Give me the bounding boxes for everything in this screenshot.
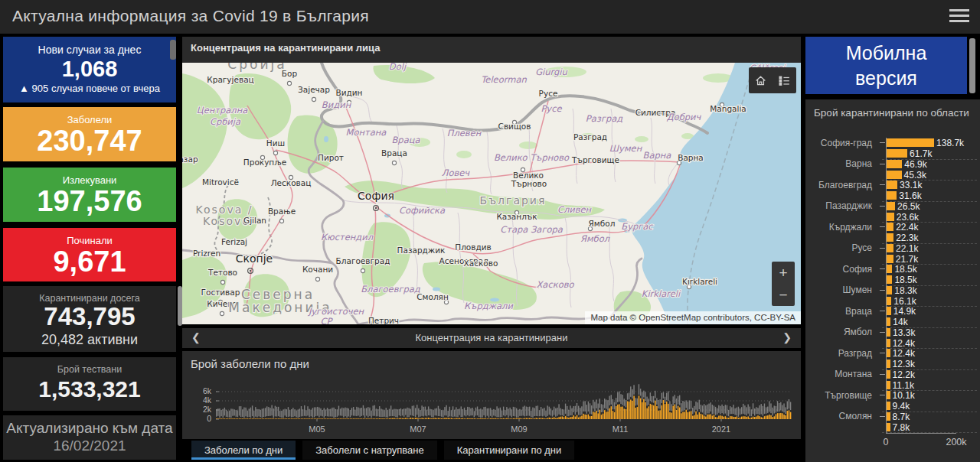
region-bar bbox=[886, 255, 893, 263]
region-bar-value: 33.1k bbox=[900, 180, 922, 190]
card-value: 230,747 bbox=[3, 126, 176, 157]
svg-text:Враца: Враца bbox=[381, 148, 407, 158]
region-label: Шумен bbox=[805, 285, 876, 295]
region-bar-row: София-град138.7k bbox=[805, 138, 980, 148]
region-bar bbox=[886, 181, 897, 189]
x-tick-label: M05 bbox=[300, 425, 334, 434]
svg-text:Гостивар: Гостивар bbox=[201, 288, 240, 297]
zoom-in-icon[interactable]: + bbox=[772, 262, 795, 284]
map-zoom-control: + − bbox=[772, 262, 795, 306]
svg-text:Централна: Централна bbox=[197, 105, 248, 116]
card-value: 9,671 bbox=[3, 247, 176, 278]
region-bar-value: 18.5k bbox=[894, 264, 916, 275]
region-bar bbox=[886, 233, 893, 242]
region-bar-value: 22.1k bbox=[896, 243, 918, 254]
svg-text:Русе: Русе bbox=[541, 103, 562, 114]
region-bar-row: 14k bbox=[805, 317, 980, 327]
card-new-cases: Нови случаи за днес 1,068 ▲ 905 случая п… bbox=[3, 37, 176, 102]
region-bar-row: Търговище10.1k bbox=[805, 390, 980, 401]
card-value: 743,795 bbox=[3, 304, 176, 330]
region-bar-value: 11.1k bbox=[893, 380, 914, 391]
region-bar-value: 22.4k bbox=[896, 222, 918, 233]
region-bar bbox=[886, 171, 902, 179]
map-canvas[interactable]: СрбијаКрагујевацБорЗајечарВидинВидинЦент… bbox=[182, 63, 801, 324]
scrollbar-thumb[interactable] bbox=[170, 40, 176, 60]
svg-text:Пловдив: Пловдив bbox=[455, 242, 492, 252]
tab-3[interactable]: Карантинирани по дни bbox=[444, 441, 575, 460]
map-attribution: Map data © OpenStreetMap contributors, C… bbox=[585, 311, 801, 324]
daily-chart-title: Брой заболели по дни bbox=[191, 357, 309, 370]
svg-text:Смолян: Смолян bbox=[416, 292, 449, 301]
svg-text:Хасково: Хасково bbox=[536, 279, 574, 290]
svg-text:Mitrovicë: Mitrovicë bbox=[202, 177, 239, 187]
axis-tick bbox=[880, 226, 885, 227]
svg-text:Разград: Разград bbox=[586, 113, 623, 124]
svg-text:Русе: Русе bbox=[539, 89, 558, 98]
axis-tick bbox=[880, 184, 885, 185]
carousel-title: Концентрация на карантинирани bbox=[182, 332, 801, 343]
card-tested: Брой тествани 1,533,321 bbox=[3, 357, 176, 411]
svg-text:азар: азар bbox=[182, 155, 198, 164]
svg-text:Ferizaj: Ferizaj bbox=[221, 237, 247, 246]
svg-text:Dolj: Dolj bbox=[389, 63, 407, 72]
region-bar bbox=[886, 275, 892, 284]
tab-2[interactable]: Заболели с натрупване bbox=[302, 441, 437, 460]
region-bar-value: 12.4k bbox=[893, 348, 915, 359]
region-bar-row: 16.1k bbox=[805, 295, 980, 306]
svg-text:Казанлък: Казанлък bbox=[496, 212, 537, 221]
mobile-version-button[interactable]: Мобилна версия bbox=[805, 37, 967, 94]
y-tick-label: 4k bbox=[194, 395, 211, 405]
region-label: Пазарджик bbox=[805, 200, 876, 211]
region-bar-value: 13.3k bbox=[893, 327, 915, 338]
svg-text:Монтана: Монтана bbox=[346, 127, 387, 138]
region-bar-value: 14k bbox=[893, 317, 907, 327]
home-icon[interactable] bbox=[749, 67, 773, 93]
svg-text:Teleorman: Teleorman bbox=[481, 74, 527, 85]
scrollbar-thumb[interactable] bbox=[969, 38, 975, 93]
map-panel: Концентрация на карантинирани лица bbox=[182, 37, 801, 324]
y-tick-label: 2k bbox=[194, 405, 211, 414]
region-bar-row: Шумен18.3k bbox=[805, 285, 980, 296]
svg-text:Кочани: Кочани bbox=[302, 265, 333, 274]
map-carousel-nav: ❮ Концентрация на карантинирани ❯ bbox=[182, 328, 801, 348]
card-title: Нови случаи за днес bbox=[3, 37, 176, 56]
region-bar-row: 21.7k bbox=[805, 253, 980, 264]
svg-text:Gjilan: Gjilan bbox=[243, 216, 266, 225]
svg-text:Mangalia: Mangalia bbox=[710, 104, 746, 113]
svg-text:Добрич: Добрич bbox=[667, 112, 702, 122]
region-label: Благоевград bbox=[805, 180, 876, 190]
tab-1[interactable]: Заболели по дни bbox=[191, 441, 296, 460]
svg-text:Пирот: Пирот bbox=[318, 153, 344, 162]
region-bar-value: 9.4k bbox=[893, 401, 910, 412]
svg-text:Варна: Варна bbox=[643, 150, 672, 161]
axis-tick bbox=[880, 164, 885, 164]
card-title: Актуализирано към дата bbox=[3, 415, 176, 437]
svg-text:Крагујевац: Крагујевац bbox=[207, 75, 253, 84]
svg-text:СР: СР bbox=[321, 316, 334, 324]
x-tick-label: M11 bbox=[603, 425, 637, 434]
region-bar-value: 8.7k bbox=[893, 412, 910, 422]
region-bar-value: 7.8k bbox=[893, 422, 910, 433]
menu-icon[interactable] bbox=[949, 9, 969, 24]
axis-tick bbox=[880, 268, 885, 269]
region-label: Смолян bbox=[805, 411, 876, 421]
svg-text:Плевен: Плевен bbox=[447, 128, 482, 138]
map-title: Концентрация на карантинирани лица bbox=[191, 42, 380, 54]
card-value: 1,533,321 bbox=[3, 377, 176, 402]
region-bar bbox=[886, 307, 891, 315]
svg-text:Ниш: Ниш bbox=[266, 138, 285, 148]
legend-icon[interactable] bbox=[773, 67, 796, 93]
region-bar bbox=[886, 244, 893, 252]
x-tick-label: 2021 bbox=[704, 425, 738, 434]
region-label: Ямбол bbox=[805, 327, 876, 337]
daily-chart-panel: Брой заболели по дни 6k4k2k0 M05M07M09M1… bbox=[182, 351, 801, 439]
svg-text:Търговище: Търговище bbox=[571, 155, 619, 164]
increase-triangle-icon: ▲ bbox=[19, 83, 29, 94]
region-bar-row: 11.1k bbox=[805, 379, 980, 390]
region-bar-value: 22.3k bbox=[896, 233, 918, 243]
svg-text:Kırklareli: Kırklareli bbox=[682, 277, 717, 286]
arrow-right-icon[interactable]: ❯ bbox=[782, 331, 792, 343]
region-bar-row: Монтана12.2k bbox=[805, 369, 980, 380]
zoom-out-icon[interactable]: − bbox=[772, 284, 795, 306]
card-recovered: Излекувани 197,576 bbox=[3, 168, 176, 222]
